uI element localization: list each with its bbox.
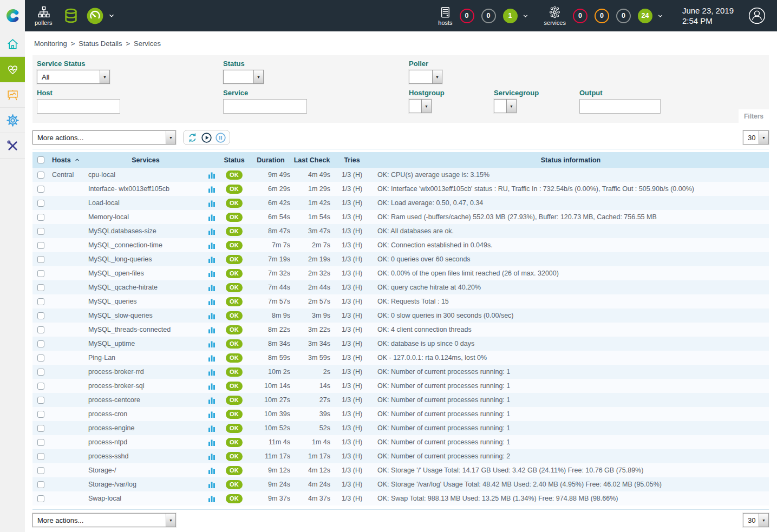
- service-graph-button[interactable]: [205, 284, 219, 292]
- service-graph-button[interactable]: [205, 227, 219, 235]
- service-status-select[interactable]: All ▼: [37, 70, 110, 84]
- hostgroup-select[interactable]: ▼: [409, 99, 432, 113]
- row-service[interactable]: MySQL_long-queries: [87, 255, 205, 263]
- row-checkbox[interactable]: [37, 369, 44, 376]
- servicegroup-select[interactable]: ▼: [494, 99, 517, 113]
- user-menu[interactable]: [748, 6, 766, 25]
- row-checkbox[interactable]: [37, 284, 44, 291]
- row-checkbox[interactable]: [37, 270, 44, 277]
- row-service[interactable]: process-broker-rrd: [87, 368, 205, 376]
- service-graph-button[interactable]: [205, 312, 219, 320]
- service-graph-button[interactable]: [205, 270, 219, 278]
- poller-dropdown-toggle[interactable]: [108, 12, 115, 19]
- more-actions-select-top[interactable]: More actions... ▼: [32, 130, 176, 145]
- last-check-column-header[interactable]: Last Check: [292, 156, 331, 164]
- status-counter[interactable]: 0: [573, 9, 587, 23]
- row-checkbox[interactable]: [37, 242, 44, 249]
- row-service[interactable]: MySQL_qcache-hitrate: [87, 284, 205, 291]
- row-service[interactable]: process-cron: [87, 410, 205, 418]
- service-graph-button[interactable]: [205, 298, 219, 306]
- service-graph-button[interactable]: [205, 438, 219, 446]
- row-host[interactable]: Central: [49, 171, 87, 179]
- breadcrumb-monitoring[interactable]: Monitoring: [34, 40, 67, 48]
- output-filter-input[interactable]: [579, 99, 661, 114]
- row-service[interactable]: Interface- wlx0013eff105cb: [87, 185, 205, 193]
- hosts-menu[interactable]: hosts: [438, 5, 452, 26]
- service-graph-button[interactable]: [205, 396, 219, 404]
- row-service[interactable]: MySQL_uptime: [87, 340, 205, 347]
- service-graph-button[interactable]: [205, 410, 219, 418]
- service-graph-button[interactable]: [205, 171, 219, 179]
- tries-column-header[interactable]: Tries: [331, 156, 373, 164]
- breadcrumb-status-details[interactable]: Status Details: [79, 40, 122, 48]
- row-checkbox[interactable]: [37, 383, 44, 390]
- service-graph-button[interactable]: [205, 213, 219, 221]
- row-service[interactable]: process-engine: [87, 424, 205, 432]
- row-service[interactable]: Storage-/: [87, 467, 205, 474]
- service-graph-button[interactable]: [205, 340, 219, 348]
- row-checkbox[interactable]: [37, 481, 44, 488]
- row-service[interactable]: process-ntpd: [87, 438, 205, 446]
- row-service[interactable]: MySQLdatabases-size: [87, 227, 205, 235]
- service-graph-button[interactable]: [205, 424, 219, 432]
- row-checkbox[interactable]: [37, 256, 44, 263]
- hosts-column-header[interactable]: Hosts: [52, 156, 71, 164]
- row-service[interactable]: Ping-Lan: [87, 354, 205, 362]
- refresh-button[interactable]: [187, 132, 198, 143]
- service-graph-button[interactable]: [205, 354, 219, 362]
- page-size-select-bottom[interactable]: 30 ▼: [743, 513, 769, 527]
- filters-collapse-tab[interactable]: Filters: [739, 109, 769, 123]
- status-counter[interactable]: 0: [460, 9, 474, 23]
- row-service[interactable]: Memory-local: [87, 213, 205, 221]
- services-column-header[interactable]: Services: [87, 156, 205, 164]
- select-all-checkbox[interactable]: [37, 156, 44, 163]
- service-graph-button[interactable]: [205, 368, 219, 376]
- service-graph-button[interactable]: [205, 495, 219, 503]
- gauge-status-button[interactable]: [87, 8, 103, 24]
- status-counter[interactable]: 1: [503, 9, 518, 23]
- sidebar-item-configuration[interactable]: [0, 108, 25, 133]
- services-dropdown-toggle[interactable]: [657, 12, 664, 19]
- sidebar-item-reporting[interactable]: [0, 82, 25, 108]
- row-checkbox[interactable]: [37, 495, 44, 502]
- sort-ascending-icon[interactable]: [74, 157, 80, 163]
- status-counter[interactable]: 0: [616, 9, 631, 23]
- service-graph-button[interactable]: [205, 326, 219, 334]
- page-size-select-top[interactable]: 30 ▼: [743, 130, 769, 145]
- duration-column-header[interactable]: Duration: [249, 156, 292, 164]
- row-checkbox[interactable]: [37, 354, 44, 362]
- service-graph-button[interactable]: [205, 382, 219, 390]
- services-menu[interactable]: services: [544, 5, 566, 26]
- status-column-header[interactable]: Status: [219, 156, 249, 164]
- row-service[interactable]: process-sshd: [87, 452, 205, 460]
- row-service[interactable]: process-broker-sql: [87, 382, 205, 390]
- service-graph-button[interactable]: [205, 255, 219, 264]
- service-graph-button[interactable]: [205, 241, 219, 249]
- status-information-column-header[interactable]: Status information: [373, 156, 769, 164]
- row-checkbox[interactable]: [37, 298, 44, 305]
- row-service[interactable]: MySQL_threads-connected: [87, 326, 205, 333]
- row-service[interactable]: MySQL_slow-queries: [87, 312, 205, 319]
- host-filter-input[interactable]: [37, 99, 120, 114]
- row-checkbox[interactable]: [37, 312, 44, 319]
- row-checkbox[interactable]: [37, 397, 44, 404]
- row-checkbox[interactable]: [37, 326, 44, 333]
- service-graph-button[interactable]: [205, 452, 219, 461]
- row-checkbox[interactable]: [37, 228, 44, 235]
- row-checkbox[interactable]: [37, 453, 44, 460]
- row-checkbox[interactable]: [37, 214, 44, 221]
- row-service[interactable]: cpu-local: [87, 171, 205, 179]
- row-checkbox[interactable]: [37, 200, 44, 207]
- pollers-menu[interactable]: pollers: [35, 5, 52, 26]
- service-graph-button[interactable]: [205, 467, 219, 475]
- row-checkbox[interactable]: [37, 340, 44, 347]
- poller-select[interactable]: ▼: [409, 70, 442, 84]
- pause-refresh-button[interactable]: [215, 132, 226, 143]
- service-graph-button[interactable]: [205, 185, 219, 193]
- row-service[interactable]: MySQL_connection-time: [87, 241, 205, 249]
- breadcrumb-services[interactable]: Services: [134, 40, 161, 48]
- row-checkbox[interactable]: [37, 172, 44, 179]
- sidebar-item-monitoring[interactable]: [0, 57, 25, 82]
- centreon-logo[interactable]: [0, 0, 25, 31]
- row-checkbox[interactable]: [37, 425, 44, 432]
